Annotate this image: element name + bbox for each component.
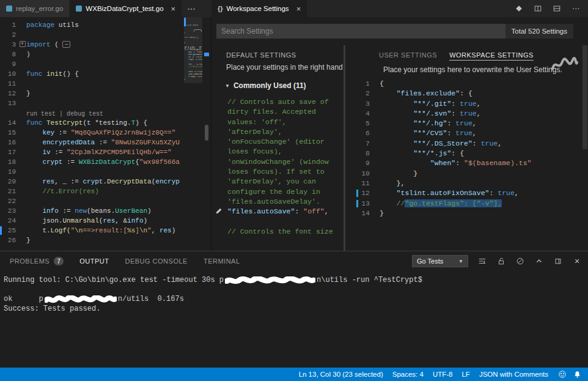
- scrollbar[interactable]: [582, 45, 587, 149]
- maximize-panel-icon[interactable]: [534, 256, 544, 266]
- clear-output-icon[interactable]: [515, 256, 525, 266]
- default-setting-line: loses focus),: [227, 147, 344, 157]
- line-content: func TestCrypt(t *testing.T) {: [26, 118, 147, 128]
- commonly-used-label: Commonly Used (11): [233, 81, 306, 90]
- tab-replay-error-go[interactable]: replay_error.go: [0, 0, 70, 17]
- line-content: ): [26, 50, 31, 59]
- feedback-smiley-icon[interactable]: [557, 370, 567, 379]
- status-eol[interactable]: LF: [461, 371, 469, 378]
- line-content: info := new(beans.UserBean): [26, 206, 152, 216]
- more-actions-icon[interactable]: ⋯: [571, 4, 581, 13]
- tab-wxbizdatacrypt-test-go[interactable]: WXBizDataCrypt_test.go×: [70, 0, 182, 17]
- notifications-bell-icon[interactable]: [573, 370, 582, 379]
- unlock-icon[interactable]: [496, 256, 506, 266]
- chevron-down-icon: ▼: [458, 259, 463, 264]
- panel-tab-label: DEBUG CONSOLE: [125, 257, 187, 265]
- minimap[interactable]: package utilsimport ( ⋯)func init() {}ru…: [184, 17, 202, 251]
- panel-tab-output[interactable]: OUTPUT: [79, 257, 109, 265]
- line-decoration-mark: [0, 226, 2, 235]
- panel-tab-debug-console[interactable]: DEBUG CONSOLE: [125, 257, 187, 265]
- output-text: n\utils -run ^TestCrypt$: [317, 276, 422, 286]
- line-content: 'onWindowChange' (window: [227, 157, 344, 167]
- json-line: 4 "**/.svn": true,: [345, 109, 588, 119]
- close-panel-icon[interactable]: ×: [572, 256, 582, 266]
- panel-tab-terminal[interactable]: TERMINAL: [204, 257, 240, 265]
- close-icon[interactable]: ×: [296, 5, 301, 13]
- line-number: 9: [0, 59, 18, 69]
- code-line: 3+import ( ⋯: [0, 40, 184, 50]
- line-content: import ( ⋯: [26, 40, 70, 50]
- more-tabs-icon[interactable]: ⋯: [182, 0, 200, 17]
- diamond-icon[interactable]: [514, 4, 524, 13]
- go-file-icon: [6, 6, 12, 12]
- output-content[interactable]: Running tool: C:\Go\bin\go.exe test -tim…: [0, 271, 588, 368]
- code-line: 13: [0, 98, 184, 108]
- panel-tab-problems[interactable]: PROBLEMS7: [10, 257, 64, 265]
- code-line: 15 key := "Mq6QuAXfPiQzJrn8w1jz8Q==": [0, 128, 184, 138]
- default-settings-description: Place your settings in the right hand: [226, 63, 344, 72]
- output-text: Running tool: C:\Go\bin\go.exe test -tim…: [4, 276, 224, 286]
- output-channel-dropdown[interactable]: Go Tests ▼: [412, 255, 468, 267]
- edit-pencil-icon[interactable]: [215, 207, 222, 218]
- line-number: 11: [0, 79, 18, 89]
- line-content: key := "Mq6QuAXfPiQzJrn8w1jz8Q==": [26, 128, 175, 138]
- scroll-lock-icon[interactable]: [477, 256, 487, 266]
- line-content: "files.exclude": {: [380, 89, 472, 98]
- code-line: 16 encryptedData := "8NwUsZGUFXu5XZyU: [0, 138, 184, 147]
- line-number: 15: [0, 128, 18, 138]
- status-encoding[interactable]: UTF-8: [433, 371, 453, 378]
- go-code-editor: 1package utils23+import ( ⋯8)910func ini…: [0, 17, 211, 251]
- line-content: }: [26, 235, 31, 245]
- output-line: Running tool: C:\Go\bin\go.exe test -tim…: [4, 276, 588, 286]
- line-number: 12: [0, 89, 18, 98]
- workspace-settings-json[interactable]: 1{2 "files.exclude": {3 "**/.git": true,…: [345, 79, 588, 218]
- default-setting-line: 'onWindowChange' (window: [227, 157, 344, 167]
- commonly-used-section[interactable]: ▼ Commonly Used (11): [225, 81, 344, 90]
- tab-workspace-settings-scope[interactable]: WORKSPACE SETTINGS: [449, 51, 534, 61]
- tab-workspace-settings[interactable]: {} Workspace Settings ×: [211, 0, 307, 17]
- status-cursor-position[interactable]: Ln 13, Col 30 (23 selected): [299, 371, 383, 378]
- code-line: run test | debug test: [0, 108, 184, 118]
- line-number: 8: [345, 149, 380, 158]
- fold-plus-icon[interactable]: +: [20, 41, 26, 47]
- editor-layout-icon[interactable]: [552, 4, 562, 13]
- line-number: 10: [345, 169, 380, 179]
- line-number: 8: [0, 50, 18, 59]
- json-line: 5 "**/.hg": true,: [345, 119, 588, 128]
- code-area[interactable]: 1package utils23+import ( ⋯8)910func ini…: [0, 17, 184, 251]
- line-number: 9: [345, 158, 380, 168]
- output-line: [4, 286, 588, 295]
- line-content: }: [26, 89, 31, 98]
- code-line: 21 //t.Error(res): [0, 187, 184, 196]
- line-number: 3: [0, 40, 18, 50]
- line-content: iv := "2CpJmlKZPCMD5PEilQHb/w==": [26, 147, 172, 157]
- split-editor-icon[interactable]: [533, 4, 543, 13]
- default-settings-header: DEFAULT SETTINGS: [226, 51, 344, 59]
- line-number: 11: [345, 179, 380, 188]
- settings-search-input[interactable]: Search Settings Total 520 Settings: [216, 24, 573, 39]
- close-icon[interactable]: ×: [171, 5, 176, 13]
- tab-user-settings[interactable]: USER SETTINGS: [379, 51, 437, 61]
- minimap-slider[interactable]: [184, 17, 202, 83]
- line-content: 'afterDelay', you can: [227, 177, 344, 187]
- scrollbar-thumb[interactable]: [205, 125, 208, 141]
- status-indentation[interactable]: Spaces: 4: [392, 371, 424, 378]
- fold-gutter: [18, 108, 26, 118]
- line-content: crypt := WXBizDataCrypt{"wx98f566a: [26, 157, 180, 167]
- vscode-window: replay_error.goWXBizDataCrypt_test.go×⋯ …: [0, 0, 588, 381]
- fold-gutter: [18, 167, 26, 177]
- line-content: // Controls auto save of: [227, 97, 344, 107]
- line-number: 25: [0, 226, 18, 235]
- code-line: 18 crypt := WXBizDataCrypt{"wx98f566a: [0, 157, 184, 167]
- line-number: 17: [0, 147, 18, 157]
- dropdown-label: Go Tests: [417, 257, 443, 265]
- fold-gutter: [18, 196, 26, 206]
- line-content: "**/.git": true,: [380, 99, 481, 109]
- editor-tab-group-left: replay_error.goWXBizDataCrypt_test.go×⋯: [0, 0, 211, 17]
- workspace-settings-panel: USER SETTINGS WORKSPACE SETTINGS Place y…: [345, 45, 588, 251]
- codelens-run-debug-test[interactable]: run test | debug test: [26, 108, 103, 118]
- status-language-mode[interactable]: JSON with Comments: [479, 371, 548, 378]
- code-line: 19: [0, 167, 184, 177]
- restore-panel-icon[interactable]: [553, 256, 563, 266]
- code-line: 26}: [0, 235, 184, 245]
